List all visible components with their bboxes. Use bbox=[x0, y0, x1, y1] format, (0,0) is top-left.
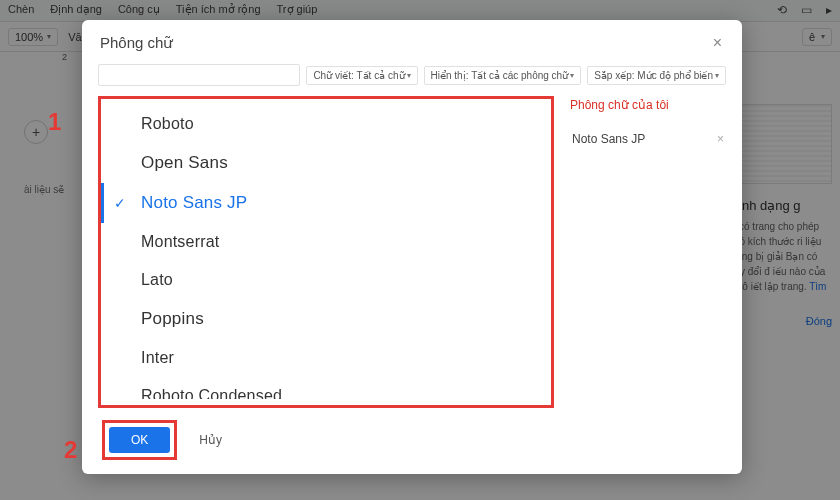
font-item[interactable]: Montserrat bbox=[101, 223, 541, 261]
font-item[interactable]: Noto Sans JP bbox=[101, 183, 541, 223]
annotation-1: 1 bbox=[48, 108, 61, 136]
sort-combo[interactable]: Sắp xếp: Mức độ phổ biến ▾ bbox=[587, 66, 726, 85]
my-fonts-title: Phông chữ của tôi bbox=[570, 98, 726, 112]
script-label: Chữ viết: bbox=[313, 70, 353, 81]
my-fonts-list: Noto Sans JP× bbox=[570, 128, 726, 150]
remove-font-icon[interactable]: × bbox=[717, 132, 724, 146]
cancel-button[interactable]: Hủy bbox=[191, 427, 230, 453]
chevron-down-icon: ▾ bbox=[715, 71, 719, 80]
show-combo[interactable]: Hiển thị: Tất cả các phông chữ ▾ bbox=[424, 66, 582, 85]
ok-button[interactable]: OK bbox=[109, 427, 170, 453]
font-item[interactable]: Inter bbox=[101, 339, 541, 377]
sort-label: Sắp xếp: bbox=[594, 70, 634, 81]
ok-highlight-box: OK bbox=[102, 420, 177, 460]
show-value: Tất cả các phông chữ bbox=[471, 70, 568, 81]
modal-body: RobotoOpen SansNoto Sans JPMontserratLat… bbox=[82, 90, 742, 408]
modal-footer: OK Hủy bbox=[82, 408, 742, 474]
show-label: Hiển thị: bbox=[431, 70, 469, 81]
chevron-down-icon: ▾ bbox=[570, 71, 574, 80]
font-item[interactable]: Poppins bbox=[101, 299, 541, 339]
close-icon[interactable]: × bbox=[713, 34, 722, 52]
font-item[interactable]: Lato bbox=[101, 261, 541, 299]
filter-row: Chữ viết: Tất cả chữ ▾ Hiển thị: Tất cả … bbox=[82, 62, 742, 90]
font-search-input[interactable] bbox=[98, 64, 300, 86]
font-item[interactable]: Roboto Condensed bbox=[101, 377, 541, 399]
script-combo[interactable]: Chữ viết: Tất cả chữ ▾ bbox=[306, 66, 417, 85]
my-fonts-column: Phông chữ của tôi Noto Sans JP× bbox=[566, 96, 726, 408]
font-item[interactable]: Roboto bbox=[101, 105, 541, 143]
fonts-modal: Phông chữ × Chữ viết: Tất cả chữ ▾ Hiển … bbox=[82, 20, 742, 474]
font-list-highlight-box: RobotoOpen SansNoto Sans JPMontserratLat… bbox=[98, 96, 554, 408]
annotation-2: 2 bbox=[64, 436, 77, 464]
my-font-name: Noto Sans JP bbox=[572, 132, 645, 146]
font-list[interactable]: RobotoOpen SansNoto Sans JPMontserratLat… bbox=[101, 105, 541, 399]
sort-value: Mức độ phổ biến bbox=[637, 70, 713, 81]
modal-header: Phông chữ × bbox=[82, 20, 742, 62]
chevron-down-icon: ▾ bbox=[407, 71, 411, 80]
modal-title: Phông chữ bbox=[100, 34, 173, 52]
script-value: Tất cả chữ bbox=[357, 70, 405, 81]
my-font-chip: Noto Sans JP× bbox=[570, 128, 726, 150]
font-item[interactable]: Open Sans bbox=[101, 143, 541, 183]
